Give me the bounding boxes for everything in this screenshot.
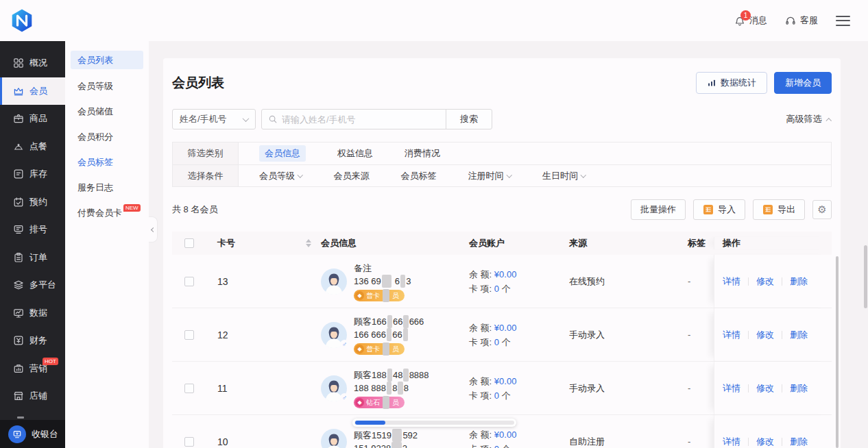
submenu-item-4[interactable]: 会员积分 bbox=[65, 124, 149, 149]
divider bbox=[782, 331, 782, 339]
sidebar-item-9[interactable]: 多平台 bbox=[0, 271, 65, 299]
redacted-text: 88 bbox=[392, 429, 402, 442]
page-title: 会员列表 bbox=[172, 74, 224, 92]
add-member-button[interactable]: 新增会员 bbox=[774, 72, 832, 94]
sort-icon[interactable] bbox=[306, 239, 311, 247]
filter-option[interactable]: 注册时间 bbox=[468, 170, 511, 182]
sidebar-item-1[interactable]: 概况 bbox=[0, 49, 65, 77]
filter-option[interactable]: 生日时间 bbox=[542, 170, 586, 182]
action-edit-link[interactable]: 修改 bbox=[756, 329, 774, 341]
column-header-member-info: 会员信息 bbox=[321, 237, 469, 249]
row-checkbox[interactable] bbox=[184, 330, 194, 340]
search-button[interactable]: 搜索 bbox=[446, 110, 492, 129]
data-stats-label: 数据统计 bbox=[721, 77, 756, 89]
row-checkbox[interactable] bbox=[184, 277, 194, 286]
member-level-badge: ◆普卡会员 bbox=[354, 290, 405, 301]
sidebar-item-13[interactable]: 店铺 bbox=[0, 382, 65, 410]
row-checkbox[interactable] bbox=[184, 437, 194, 447]
ticket-icon bbox=[13, 224, 24, 235]
select-all-checkbox[interactable] bbox=[184, 238, 194, 248]
import-button[interactable]: 导入 bbox=[693, 199, 745, 220]
sidebar-item-4[interactable]: 点餐 bbox=[0, 133, 65, 161]
action-detail-link[interactable]: 详情 bbox=[723, 275, 740, 288]
support-button[interactable]: 客服 bbox=[785, 14, 818, 27]
advanced-filter-toggle[interactable]: 高级筛选 bbox=[786, 113, 831, 125]
sidebar-item-3[interactable]: 商品 bbox=[0, 105, 65, 133]
export-label: 导出 bbox=[777, 203, 795, 216]
table-vertical-scrollbar[interactable] bbox=[836, 256, 839, 448]
member-total-count: 共 8 名会员 bbox=[172, 203, 217, 216]
member-source: 在线预约 bbox=[569, 255, 686, 308]
sidebar-item-8[interactable]: 订单 bbox=[0, 244, 65, 272]
data-stats-button[interactable]: 数据统计 bbox=[696, 72, 767, 94]
batch-actions-button[interactable]: 批量操作 bbox=[631, 199, 686, 220]
submenu-item-7[interactable]: 付费会员卡NEW bbox=[65, 200, 149, 225]
gear-icon: ⚙ bbox=[817, 203, 826, 216]
sidebar-collapse-button[interactable] bbox=[149, 216, 158, 242]
action-detail-link[interactable]: 详情 bbox=[723, 329, 740, 341]
filter-option[interactable]: 权益信息 bbox=[337, 147, 373, 160]
action-delete-link[interactable]: 删除 bbox=[790, 436, 808, 448]
submenu-item-5[interactable]: 会员标签 bbox=[65, 149, 149, 175]
sidebar-item-12[interactable]: 营销HOT bbox=[0, 355, 65, 383]
card-number: 11 bbox=[200, 362, 321, 414]
filter-option[interactable]: 会员信息 bbox=[259, 145, 306, 162]
horizontal-scrollbar[interactable] bbox=[352, 419, 516, 427]
action-delete-link[interactable]: 删除 bbox=[790, 329, 808, 341]
calendar-check-icon bbox=[13, 197, 24, 208]
card-number: 13 bbox=[200, 255, 321, 308]
column-settings-button[interactable]: ⚙ bbox=[812, 200, 832, 219]
filter-option[interactable]: 会员来源 bbox=[334, 170, 370, 182]
member-name: 备注 bbox=[354, 262, 411, 275]
horizontal-scrollbar-thumb[interactable] bbox=[355, 421, 385, 425]
layers-icon bbox=[13, 279, 24, 290]
chevron-down-icon bbox=[298, 172, 303, 177]
monitor-icon bbox=[13, 308, 24, 319]
submenu-item-6[interactable]: 服务日志 bbox=[65, 175, 149, 200]
card-items-line: 卡 项: 0 个 bbox=[469, 282, 516, 296]
action-delete-link[interactable]: 删除 bbox=[790, 382, 808, 395]
export-button[interactable]: 导出 bbox=[753, 199, 805, 220]
sidebar-item-5[interactable]: 库存 bbox=[0, 160, 65, 188]
sidebar-item-6[interactable]: 预约 bbox=[0, 188, 65, 216]
balance-line: 余 额: ¥0.00 bbox=[469, 374, 516, 388]
messages-button[interactable]: 1 消息 bbox=[734, 14, 767, 27]
redacted-text: 88 bbox=[382, 275, 391, 288]
member-avatar bbox=[321, 269, 347, 295]
table-header-row: 卡号 会员信息会员账户来源标签操作 bbox=[172, 232, 832, 255]
inventory-icon bbox=[13, 169, 24, 179]
action-edit-link[interactable]: 修改 bbox=[756, 382, 774, 395]
filter-option[interactable]: 会员标签 bbox=[401, 170, 437, 182]
sidebar-item-cashier[interactable]: 收银台 bbox=[0, 420, 65, 448]
action-edit-link[interactable]: 修改 bbox=[756, 436, 774, 448]
chevron-left-icon bbox=[150, 227, 155, 232]
page-scrollbar-thumb[interactable] bbox=[864, 245, 867, 308]
filter-option[interactable]: 会员等级 bbox=[259, 170, 302, 182]
row-checkbox[interactable] bbox=[184, 384, 194, 393]
horizontal-scrollbar-track[interactable] bbox=[354, 421, 514, 425]
action-detail-link[interactable]: 详情 bbox=[723, 436, 740, 448]
excel-file-icon bbox=[762, 204, 773, 215]
search-type-select[interactable]: 姓名/手机号 bbox=[172, 109, 256, 129]
filter-option[interactable]: 消费情况 bbox=[405, 147, 440, 160]
submenu-item-3[interactable]: 会员储值 bbox=[65, 99, 149, 124]
action-delete-link[interactable]: 删除 bbox=[790, 275, 808, 288]
support-label: 客服 bbox=[800, 14, 818, 27]
submenu-item-2[interactable]: 会员等级 bbox=[65, 73, 149, 99]
package-icon bbox=[13, 113, 24, 124]
cloche-icon bbox=[13, 141, 24, 152]
menu-toggle-icon[interactable] bbox=[836, 16, 850, 26]
member-name: 顾客18884888888 bbox=[354, 369, 429, 382]
redacted-text: 8 bbox=[387, 315, 392, 328]
sidebar-item-7[interactable]: 排号 bbox=[0, 216, 65, 244]
sidebar-item-11[interactable]: 财务 bbox=[0, 327, 65, 355]
action-edit-link[interactable]: 修改 bbox=[756, 275, 774, 288]
sidebar-item-2[interactable]: 会员 bbox=[0, 77, 65, 105]
member-tag: - bbox=[688, 276, 690, 286]
search-input[interactable] bbox=[278, 114, 446, 125]
sidebar-item-10[interactable]: 数据 bbox=[0, 299, 65, 327]
action-detail-link[interactable]: 详情 bbox=[723, 382, 740, 395]
sidebar-item-label: 商品 bbox=[29, 112, 47, 125]
clipboard-icon bbox=[13, 252, 24, 263]
submenu-item-1[interactable]: 会员列表 bbox=[71, 51, 143, 69]
